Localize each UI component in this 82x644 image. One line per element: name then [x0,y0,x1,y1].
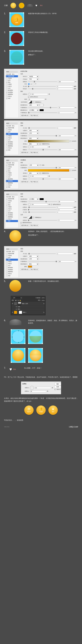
reset-default-button[interactable]: 复位为默认值 [30,114,38,117]
style-item[interactable]: 颜色叠加 [6,178,18,180]
opacity-slider[interactable] [28,261,57,262]
angle-dial[interactable] [28,93,31,96]
size-slider[interactable] [28,254,56,254]
style-item[interactable]: 描边 [6,204,18,206]
global-light-checkbox[interactable] [28,96,29,98]
style-item[interactable]: 纹理 [6,202,18,204]
checkbox-icon[interactable] [6,275,8,276]
style-item[interactable]: 投影 [6,275,18,277]
style-item-stroke[interactable]: 描边 [6,133,18,135]
blend-mode-select[interactable]: 正常 [12,297,22,299]
style-item[interactable]: 纹理 [6,257,18,259]
filltype-select[interactable]: 渐变 [28,137,39,140]
checkbox-icon[interactable] [6,133,8,135]
style-item[interactable]: 图案叠加 [6,271,18,273]
dislike-button[interactable]: 👎 不喜欢 [36,406,46,415]
style-item[interactable]: 内阴影 [6,261,18,263]
checkbox-icon[interactable] [6,148,8,149]
checkbox-icon[interactable] [6,142,8,143]
checkbox-icon[interactable] [6,186,8,188]
align-checkbox[interactable] [40,172,41,174]
checkbox-icon[interactable] [6,129,8,131]
knockout-checkbox[interactable] [20,222,22,224]
opacity-input[interactable] [58,167,74,169]
style-item[interactable]: 投影 [6,149,18,151]
reset-default-button[interactable]: 复位为默认值 [30,181,38,183]
checkbox-icon[interactable] [6,184,8,186]
checkbox-icon[interactable] [6,198,8,200]
checkbox-icon[interactable] [6,208,8,210]
set-default-button[interactable]: 设置为默认值 [20,114,29,117]
fx-badge[interactable]: fx [44,312,44,313]
style-item-gradient[interactable]: 渐变叠加 [6,180,18,182]
dir-down-radio[interactable] [32,83,34,85]
checkbox-icon[interactable] [6,98,8,99]
checkbox-icon[interactable] [6,140,8,141]
style-item[interactable]: 纹理 [6,79,18,81]
sh-opacity-slider[interactable] [28,112,57,113]
checkbox-icon[interactable] [6,86,8,87]
noise-input[interactable] [58,219,74,221]
reverse-checkbox[interactable] [70,170,72,171]
style-item[interactable]: 斜面和浮雕 [6,198,18,200]
style-item[interactable]: 外发光 [6,147,18,149]
checkbox-icon[interactable] [6,214,8,216]
style-item[interactable]: 等高线 [6,77,18,79]
checkbox-icon[interactable] [6,206,8,208]
method-select[interactable]: 平滑 [28,78,39,80]
style-item[interactable]: 颜色叠加 [6,89,18,91]
checkbox-icon[interactable] [6,216,8,218]
angle-input[interactable] [32,93,48,95]
style-item[interactable]: 投影 [6,98,18,100]
eye-icon[interactable]: 👁 [16,308,17,310]
position-select[interactable]: 内部 [28,130,39,132]
checkbox-icon[interactable] [6,144,8,145]
contour-picker[interactable] [28,101,32,104]
checkbox-icon[interactable] [6,253,8,254]
checkbox-icon[interactable] [6,273,8,274]
shadow-color[interactable] [40,198,44,200]
checkbox-icon[interactable] [6,168,8,170]
scale-slider[interactable] [28,150,57,150]
angle-input[interactable] [32,175,48,177]
scale-input[interactable] [58,178,74,180]
checkbox-icon[interactable] [6,269,8,270]
checkbox-icon[interactable] [6,164,8,166]
filltype-select[interactable]: 颜色 [28,263,39,265]
checkbox-icon[interactable] [6,78,8,79]
angle-dial[interactable] [30,386,34,390]
antialias-checkbox[interactable] [33,217,34,218]
layer-row[interactable]: 👁 椭圆 1 副本 fx [12,302,44,306]
size-slider[interactable] [28,86,56,87]
checkbox-icon[interactable] [6,76,8,77]
style-item[interactable]: 外发光 [6,273,18,275]
checkbox-icon[interactable] [6,131,8,133]
style-item[interactable]: 内发光 [6,137,18,139]
checkbox-icon[interactable] [6,94,8,95]
altitude-input[interactable] [30,390,46,392]
checkbox-icon[interactable] [6,178,8,180]
layer-name[interactable]: 椭圆 1 副本 [22,303,28,304]
style-item-stroke[interactable]: 描边 [6,259,18,261]
opacity-slider[interactable] [28,202,57,202]
layer-sub[interactable]: 👁描边 [12,308,44,310]
depth-slider[interactable] [28,82,57,82]
style-item[interactable]: 外发光 [6,218,18,220]
checkbox-icon[interactable] [6,174,8,176]
checkbox-icon[interactable] [6,150,8,151]
style-item[interactable]: 光泽 [6,139,18,141]
opacity-slider[interactable] [28,168,57,168]
checkbox-icon[interactable] [6,267,8,268]
style-item[interactable]: 内发光 [6,85,18,87]
sync-button[interactable]: ⟳ 同步中 [24,406,34,415]
eye-icon[interactable]: 👁 [12,312,13,313]
style-item[interactable]: 内发光 [6,174,18,176]
opacity-value[interactable]: 100% [42,297,44,298]
checkbox-icon[interactable] [6,220,8,222]
style-item[interactable]: 颜色叠加 [6,141,18,143]
style-item[interactable]: 纹理 [6,131,18,133]
style-item[interactable]: 描边 [6,81,18,83]
style-item[interactable]: 光泽 [6,210,18,212]
contour-picker[interactable] [28,216,32,219]
style-item[interactable]: 图案叠加 [6,94,18,96]
